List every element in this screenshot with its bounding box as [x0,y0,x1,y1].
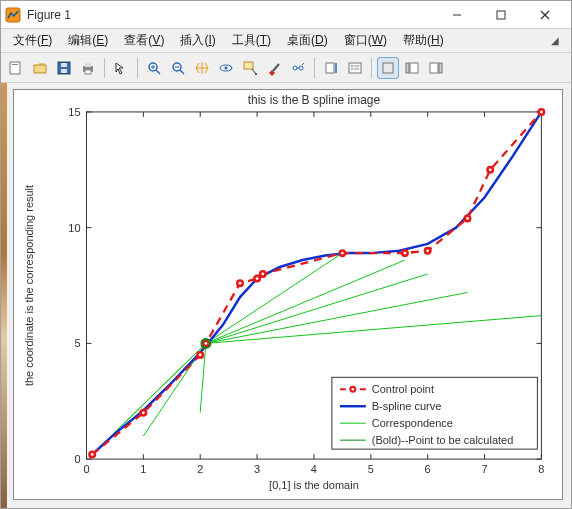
svg-point-27 [293,66,297,70]
chart-svg: this is the B spline image 012345678 051… [14,90,562,499]
svg-text:10: 10 [68,222,80,234]
svg-point-94 [142,411,145,414]
svg-rect-9 [61,63,67,67]
toolbar-separator [104,58,105,78]
svg-text:0: 0 [74,453,80,465]
svg-point-112 [466,217,469,220]
svg-line-15 [156,70,160,74]
titlebar: Figure 1 [1,1,571,29]
toolbar-separator [371,58,372,78]
svg-text:8: 8 [538,463,544,475]
svg-line-26 [273,64,279,71]
chart-title: this is the B spline image [248,93,381,107]
app-icon [5,7,21,23]
svg-point-22 [225,66,228,69]
zoom-in-button[interactable] [143,57,165,79]
new-figure-button[interactable] [5,57,27,79]
svg-rect-12 [85,63,91,67]
minimize-button[interactable] [435,1,479,29]
menu-tools[interactable]: 工具(T) [224,30,279,51]
svg-text:3: 3 [254,463,260,475]
zoom-out-button[interactable] [167,57,189,79]
y-axis-label: the coordinate is the corresponding resu… [23,185,35,386]
svg-text:7: 7 [481,463,487,475]
print-button[interactable] [77,57,99,79]
svg-rect-30 [326,63,334,73]
svg-rect-37 [383,63,393,73]
svg-point-114 [489,168,492,171]
svg-rect-10 [61,69,67,73]
hide-plot-tools-button[interactable] [377,57,399,79]
open-button[interactable] [29,57,51,79]
close-button[interactable] [523,1,567,29]
insert-legend-button[interactable] [344,57,366,79]
svg-point-121 [352,388,355,391]
svg-rect-6 [10,62,20,74]
svg-rect-39 [410,63,418,73]
data-cursor-button[interactable] [239,57,261,79]
svg-point-116 [540,111,543,114]
svg-rect-13 [85,70,91,74]
menu-desktop[interactable]: 桌面(D) [279,30,336,51]
x-axis-label: [0,1] is the domain [269,479,359,491]
window-title: Figure 1 [27,8,435,22]
svg-text:5: 5 [74,337,80,349]
brush-button[interactable] [263,57,285,79]
svg-text:15: 15 [68,106,80,118]
svg-rect-32 [349,63,361,73]
svg-point-104 [261,273,264,276]
svg-rect-31 [335,63,337,73]
menu-edit[interactable]: 编辑(E) [60,30,116,51]
svg-point-98 [205,342,208,345]
svg-rect-40 [430,63,438,73]
menubar-overflow-icon[interactable]: ◢ [551,35,567,46]
svg-point-106 [341,252,344,255]
legend-entry-3: (Bold)--Point to be calculated [372,434,513,446]
maximize-button[interactable] [479,1,523,29]
svg-rect-38 [406,63,409,73]
insert-colorbar-button[interactable] [320,57,342,79]
svg-point-92 [91,453,94,456]
svg-text:5: 5 [368,463,374,475]
svg-text:1: 1 [140,463,146,475]
svg-point-96 [199,354,202,357]
svg-point-108 [404,252,407,255]
menu-insert[interactable]: 插入(I) [172,30,223,51]
legend[interactable]: Control point B-spline curve Corresponde… [332,377,537,449]
menu-help[interactable]: 帮助(H) [395,30,452,51]
menu-window[interactable]: 窗口(W) [336,30,395,51]
svg-point-100 [239,282,242,285]
svg-rect-7 [12,64,18,65]
svg-rect-41 [439,63,442,73]
menu-file[interactable]: 文件(F) [5,30,60,51]
link-data-button[interactable] [287,57,309,79]
svg-text:0: 0 [83,463,89,475]
svg-line-19 [180,70,184,74]
svg-text:2: 2 [197,463,203,475]
toolbar-separator [137,58,138,78]
svg-point-28 [299,66,303,70]
svg-rect-23 [244,62,253,69]
toolbar [1,53,571,83]
window-edge-decoration [1,83,7,508]
edit-plot-button[interactable] [110,57,132,79]
legend-entry-1: B-spline curve [372,400,441,412]
menubar: 文件(F) 编辑(E) 查看(V) 插入(I) 工具(T) 桌面(D) 窗口(W… [1,29,571,53]
svg-text:6: 6 [425,463,431,475]
toolbar-separator [314,58,315,78]
svg-text:4: 4 [311,463,317,475]
menu-view[interactable]: 查看(V) [116,30,172,51]
save-button[interactable] [53,57,75,79]
pan-button[interactable] [191,57,213,79]
rotate-3d-button[interactable] [215,57,237,79]
legend-entry-0: Control point [372,383,434,395]
legend-entry-2: Correspondence [372,417,453,429]
show-plot-tools-left-button[interactable] [401,57,423,79]
svg-point-102 [256,277,259,280]
svg-point-25 [255,73,257,75]
app-window: Figure 1 文件(F) 编辑(E) 查看(V) 插入(I) 工具(T) 桌… [0,0,572,509]
axes-panel[interactable]: this is the B spline image 012345678 051… [13,89,563,500]
show-plot-tools-right-button[interactable] [425,57,447,79]
figure-area: this is the B spline image 012345678 051… [1,83,571,508]
svg-point-110 [426,249,429,252]
